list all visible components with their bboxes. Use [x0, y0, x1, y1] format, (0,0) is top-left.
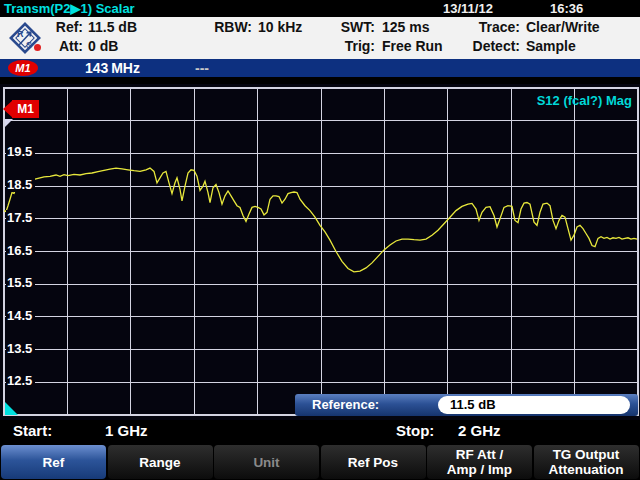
svg-text:S: S: [26, 40, 32, 50]
att-value: 0 dB: [88, 38, 118, 54]
reference-entry-box: Reference: 11.5 dB: [295, 394, 638, 416]
att-label: Att:: [45, 38, 83, 54]
frequency-row: Start: 1 GHz Stop: 2 GHz: [0, 420, 640, 444]
trace-label: Trace:: [462, 19, 520, 35]
softkey-rf-att-amp-imp[interactable]: RF Att /Amp / Imp: [427, 445, 532, 479]
ref-value: 11.5 dB: [88, 19, 137, 35]
stop-label: Stop:: [396, 422, 434, 439]
softkey-tg-output-attenuation[interactable]: TG OutputAttenuation: [534, 445, 639, 479]
trace-name-label: S12 (fcal?) Mag: [537, 93, 632, 108]
rbw-label: RBW:: [200, 19, 252, 35]
detect-label: Detect:: [462, 38, 520, 54]
softkey-ref[interactable]: Ref: [1, 445, 106, 479]
svg-text:R: R: [17, 29, 24, 39]
swt-value: 125 ms: [382, 19, 429, 35]
rbw-value: 10 kHz: [258, 19, 302, 35]
plot-area: [0, 84, 640, 420]
measurement-graph: 19.518.517.516.515.514.513.512.5 S12 (fc…: [0, 84, 640, 420]
y-axis-label: 16.5: [6, 243, 35, 258]
start-value: 1 GHz: [105, 422, 148, 439]
detect-value: Sample: [526, 38, 576, 54]
rohde-schwarz-logo: R S: [6, 19, 44, 57]
marker-frequency: 143 MHz: [85, 60, 140, 76]
page-title: Transm(P2▶1) Scalar: [4, 1, 135, 16]
y-axis-label: 17.5: [6, 210, 35, 225]
y-axis-label: 13.5: [6, 341, 35, 356]
y-axis-label: 15.5: [6, 275, 35, 290]
attenuator-status-dot: [34, 44, 41, 51]
trace-value: Clear/Write: [526, 19, 600, 35]
y-axis-label: 12.5: [6, 373, 35, 388]
softkey-bar: RefRangeUnitRef PosRF Att /Amp / ImpTG O…: [0, 444, 640, 480]
date-text: 13/11/12: [443, 1, 493, 16]
marker-readout-bar: M1 143 MHz ---: [0, 59, 640, 77]
ref-label: Ref:: [45, 19, 83, 35]
marker-value: ---: [195, 60, 209, 76]
trig-label: Trig:: [325, 38, 375, 54]
trig-value: Free Run: [382, 38, 443, 54]
reference-entry-label: Reference:: [312, 397, 379, 412]
marker-tick-icon: [5, 119, 13, 127]
marker-flag[interactable]: M1: [12, 100, 39, 118]
marker-m1-badge: M1: [8, 60, 38, 76]
start-label: Start:: [13, 422, 52, 439]
softkey-ref-pos[interactable]: Ref Pos: [321, 445, 426, 479]
stop-value: 2 GHz: [458, 422, 501, 439]
y-axis-label: 18.5: [6, 177, 35, 192]
softkey-range[interactable]: Range: [108, 445, 213, 479]
instrument-screen: Transm(P2▶1) Scalar 13/11/12 16:36 R S R…: [0, 0, 640, 480]
reference-input[interactable]: 11.5 dB: [438, 396, 630, 414]
time-text: 16:36: [550, 1, 583, 16]
swt-label: SWT:: [325, 19, 375, 35]
settings-panel: R S Ref: 11.5 dB Att: 0 dB RBW: 10 kHz S…: [0, 17, 640, 59]
y-axis-label: 19.5: [6, 144, 35, 159]
y-axis-label: 14.5: [6, 308, 35, 323]
title-bar: Transm(P2▶1) Scalar 13/11/12 16:36: [0, 0, 640, 17]
softkey-unit[interactable]: Unit: [214, 445, 319, 479]
sweep-start-icon: [5, 402, 18, 415]
